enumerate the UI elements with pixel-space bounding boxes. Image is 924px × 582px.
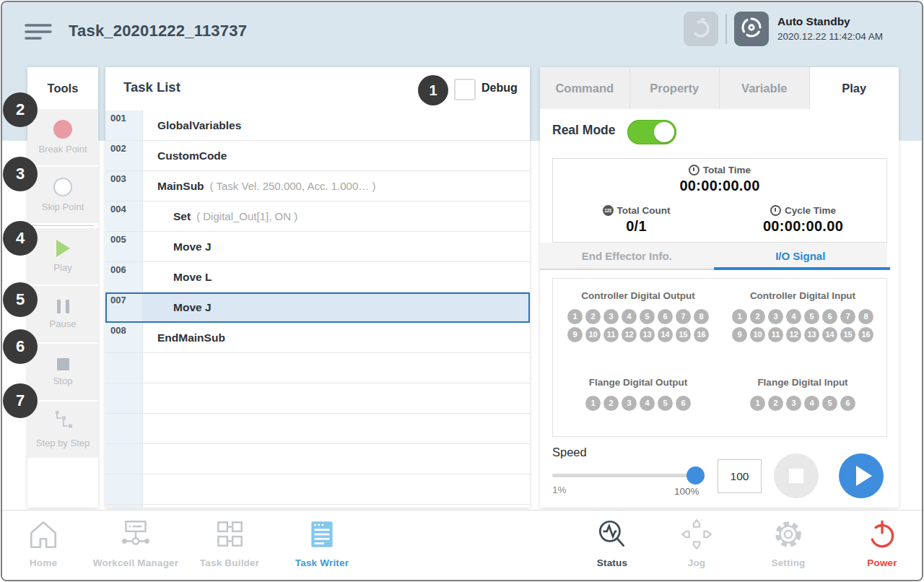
tools-panel: Tools Break Point Skip Point Play Pause …	[27, 67, 98, 508]
tab-variable[interactable]: Variable	[720, 67, 810, 109]
callout-5: 5	[3, 282, 38, 317]
stop-run-button[interactable]	[774, 453, 819, 498]
io-dot-4: 4	[786, 309, 801, 324]
task-list-header: Task List Debug	[105, 67, 530, 111]
play-run-button[interactable]	[839, 453, 884, 498]
speed-input[interactable]	[718, 459, 762, 493]
row-number: 001	[105, 110, 143, 140]
task-row[interactable]: 004 Set( Digital_Out[1], ON )	[105, 201, 530, 232]
io-group-title: Controller Digital Output	[560, 290, 716, 301]
io-dot-16: 16	[858, 327, 873, 342]
status-mode-label: Auto Standby	[777, 14, 883, 30]
task-row-empty[interactable]	[105, 353, 530, 383]
subtab-io-signal[interactable]: I/O Signal	[714, 243, 888, 269]
row-number: 007	[105, 292, 143, 322]
clock-icon	[689, 165, 699, 175]
task-writer-icon	[305, 517, 339, 552]
break-point-label: Break Point	[38, 144, 87, 155]
speed-slider-track[interactable]	[552, 474, 701, 477]
io-dot-16: 16	[694, 327, 709, 342]
command-param: ( Task Vel. 250.000, Acc. 1.000… )	[210, 180, 376, 192]
io-group-title: Flange Digital Output	[560, 377, 716, 388]
task-row[interactable]: 001 GlobalVariables	[105, 110, 530, 141]
io-dot-6: 6	[658, 309, 673, 324]
step-by-step-icon	[52, 411, 74, 433]
io-dot-12: 12	[622, 327, 637, 342]
home-icon	[26, 517, 61, 552]
speed-slider-knob[interactable]	[687, 466, 705, 485]
status-icon	[595, 517, 629, 552]
tab-property[interactable]: Property	[630, 67, 720, 109]
task-row[interactable]: 006 Move L	[105, 262, 530, 292]
play-tool-button[interactable]: Play	[27, 228, 98, 285]
auto-mode-button[interactable]	[734, 12, 769, 46]
io-group-title: Flange Digital Input	[725, 377, 881, 388]
task-row[interactable]: 003 MainSub( Task Vel. 250.000, Acc. 1.0…	[105, 171, 530, 201]
command-name: EndMainSub	[157, 331, 225, 344]
stop-tool-label: Stop	[53, 375, 73, 386]
task-row[interactable]: 002 CustomCode	[105, 141, 530, 171]
title-bar: Task_20201222_113737	[2, 2, 922, 64]
io-dot-5: 5	[658, 396, 673, 411]
row-number: 008	[105, 323, 143, 352]
step-by-step-button[interactable]: Step by Step	[27, 401, 98, 458]
row-number: 003	[105, 171, 143, 201]
speed-max-label: 100%	[674, 486, 699, 497]
pause-button[interactable]: Pause	[27, 286, 98, 342]
counter-icon: 123	[603, 205, 614, 216]
debug-checkbox[interactable]	[454, 79, 476, 100]
subtab-end-effector[interactable]: End Effector Info.	[540, 243, 714, 269]
io-dot-3: 3	[622, 396, 637, 411]
callout-1: 1	[418, 75, 448, 105]
row-number: 002	[105, 141, 143, 170]
nav-task-writer[interactable]: Task Writer	[268, 517, 376, 568]
cycle-time-label: Cycle Time	[785, 205, 836, 216]
cycle-time-value: 00:00:00.00	[720, 218, 886, 235]
skip-point-button[interactable]: Skip Point	[27, 167, 98, 223]
total-count-label: Total Count	[617, 205, 671, 216]
tab-play[interactable]: Play	[810, 67, 899, 109]
io-dot-6: 6	[822, 309, 837, 324]
setting-icon	[771, 517, 806, 552]
task-row-empty[interactable]	[105, 474, 530, 505]
total-count-value: 0/1	[553, 218, 720, 235]
io-dot-grid: 12345678910111213141516	[729, 308, 876, 344]
break-point-button[interactable]: Break Point	[27, 109, 98, 165]
nav-workcell-manager[interactable]: Workcell Manager	[82, 517, 190, 568]
task-row-empty[interactable]	[105, 414, 530, 444]
task-list-panel: Task List Debug 001 GlobalVariables 002 …	[105, 67, 530, 508]
nav-power[interactable]: Power	[828, 517, 923, 568]
robot-status: Auto Standby 2020.12.22 11:42:04 AM	[777, 14, 883, 44]
gripper-button[interactable]	[684, 12, 718, 46]
task-builder-icon	[212, 517, 247, 552]
power-icon	[865, 517, 899, 552]
nav-task-writer-label: Task Writer	[268, 557, 376, 568]
io-dot-15: 15	[840, 327, 855, 342]
command-name: CustomCode	[157, 149, 227, 162]
real-mode-toggle[interactable]	[627, 120, 676, 144]
hamburger-menu-icon[interactable]	[24, 22, 53, 43]
nav-setting[interactable]: Setting	[734, 517, 842, 568]
stop-tool-button[interactable]: Stop	[27, 344, 98, 400]
io-dot-7: 7	[840, 309, 855, 324]
task-row-empty[interactable]	[105, 383, 530, 414]
task-row-selected[interactable]: 007 Move J	[105, 292, 530, 323]
command-name: Set	[173, 210, 191, 223]
controller-digital-input: Controller Digital Input 123456789101112…	[725, 290, 881, 344]
task-row-empty[interactable]	[105, 444, 530, 474]
task-row[interactable]: 005 Move J	[105, 232, 530, 262]
io-dot-15: 15	[676, 327, 691, 342]
tab-command[interactable]: Command	[540, 67, 630, 109]
total-time-value: 00:00:00.00	[553, 178, 886, 194]
task-row[interactable]: 008 EndMainSub	[105, 323, 530, 353]
io-dot-1: 1	[567, 309, 583, 324]
bottom-navigation: Home Workcell Manager	[2, 510, 922, 581]
task-row-empty[interactable]	[105, 505, 530, 508]
nav-workcell-manager-label: Workcell Manager	[82, 557, 190, 568]
real-mode-label: Real Mode	[552, 123, 616, 138]
speed-label: Speed	[552, 446, 587, 459]
nav-power-label: Power	[828, 557, 923, 568]
play-triangle-icon	[856, 466, 872, 486]
io-dot-1: 1	[585, 396, 601, 411]
io-dot-9: 9	[567, 327, 583, 342]
